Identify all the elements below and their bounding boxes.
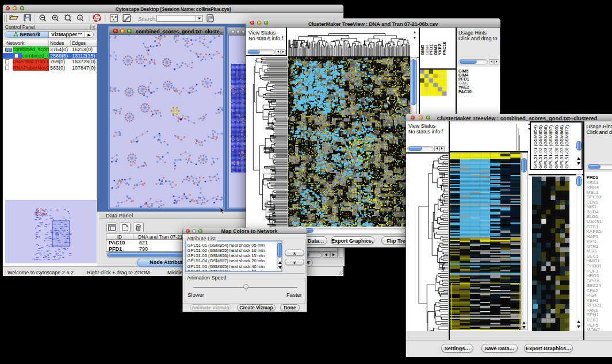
svg-text:GPL51-07 (GSM868): GPL51-07 (GSM868) [559,125,564,168]
svg-text:1: 1 [79,16,81,20]
svg-text:GPL51-02 (GSM855): GPL51-02 (GSM855) [537,125,542,168]
svg-text:GPL51-08 (GSM872): GPL51-08 (GSM872) [564,125,569,168]
svg-text:GPL51-04 (GSM857): GPL51-04 (GSM857) [548,125,553,168]
svg-text:GPL51-06 (GSM865): GPL51-06 (GSM865) [553,125,559,168]
svg-text:GPL51-01 (GSM854): GPL51-01 (GSM854) [532,125,537,168]
svg-text:GPL51-03 (GSM856): GPL51-03 (GSM856) [543,125,548,168]
svg-text:PAC10: PAC10 [442,41,447,55]
